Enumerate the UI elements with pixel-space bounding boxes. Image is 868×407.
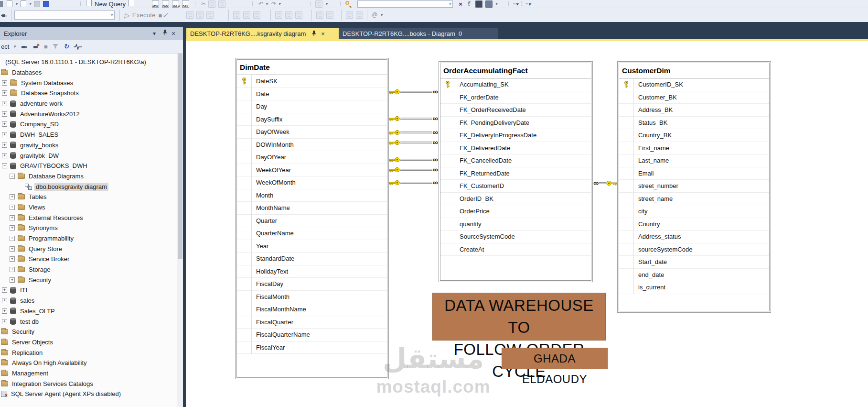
mdx-query-icon[interactable]: MDX: [152, 0, 159, 8]
expand-icon[interactable]: +: [10, 236, 15, 241]
table-field-row[interactable]: Date: [237, 88, 387, 101]
table-field-row[interactable]: end_date: [619, 269, 769, 282]
wrench-icon[interactable]: [465, 0, 472, 8]
tree-item-service-broker[interactable]: +Service Broker: [0, 254, 177, 264]
connect-icon[interactable]: [1, 11, 8, 19]
chevron-down-icon[interactable]: ▾: [13, 43, 16, 50]
parse-icon[interactable]: ✓: [162, 11, 168, 19]
expand-icon[interactable]: +: [2, 298, 7, 303]
scrollbar-thumb[interactable]: [178, 54, 182, 259]
tree-item-integration-services-catalogs[interactable]: Integration Services Catalogs: [0, 378, 177, 389]
table-field-row[interactable]: DayOfWeek: [237, 126, 387, 139]
expand-icon[interactable]: +: [2, 319, 7, 324]
expand-icon[interactable]: +: [2, 101, 7, 106]
toolbar-icon[interactable]: [285, 11, 292, 19]
expand-icon[interactable]: +: [2, 111, 7, 117]
vertical-scrollbar[interactable]: [177, 54, 183, 407]
tree-item-iti[interactable]: +ITI: [0, 285, 177, 296]
tree-item-server-objects[interactable]: Server Objects: [0, 337, 177, 348]
tree-item-storage[interactable]: +Storage: [0, 264, 177, 275]
connect-icon[interactable]: [21, 43, 28, 50]
expand-icon[interactable]: +: [2, 287, 7, 293]
relationship-connector[interactable]: ∞: [389, 139, 439, 146]
tree-item-test-db[interactable]: +test db: [0, 316, 177, 327]
table-field-row[interactable]: First_name: [619, 142, 769, 155]
window-layout-icon[interactable]: ≡▾: [513, 0, 518, 8]
tree-item-adventureworks2012[interactable]: +AdventureWorks2012: [0, 109, 177, 119]
window-position-icon[interactable]: ▾: [153, 30, 156, 37]
table-field-row[interactable]: WeekOfYear: [237, 164, 387, 177]
table-field-row[interactable]: CustomerID_SK: [619, 78, 769, 91]
tree-item-gravity-books[interactable]: +gravity_books: [0, 140, 177, 151]
redo-icon[interactable]: ↷: [271, 0, 276, 8]
table-field-row[interactable]: city: [619, 205, 769, 218]
table-field-row[interactable]: FiscalMonth: [237, 291, 387, 304]
tree-item-security[interactable]: +Security: [0, 275, 177, 285]
chevron-down-icon[interactable]: ▾: [15, 0, 18, 8]
chevron-down-icon[interactable]: ▾: [110, 11, 113, 19]
tree-item-security[interactable]: Security: [0, 327, 177, 337]
relationship-connector[interactable]: ∞: [389, 166, 439, 173]
toolbar-icon[interactable]: [295, 11, 302, 19]
toolbar-icon[interactable]: [356, 11, 363, 19]
search-icon[interactable]: [345, 0, 352, 7]
window-layout-icon[interactable]: ≡▾: [525, 0, 531, 8]
table-field-row[interactable]: FiscalYear: [237, 341, 387, 354]
table-field-row[interactable]: Year: [237, 240, 387, 253]
toolbar-icon[interactable]: [346, 11, 353, 19]
expand-icon[interactable]: +: [10, 225, 15, 231]
toolbar-icon[interactable]: [316, 11, 323, 19]
table-field-row[interactable]: FiscalDay: [237, 278, 387, 291]
close-icon[interactable]: ×: [321, 31, 325, 37]
tree-item-databases[interactable]: Databases: [0, 67, 177, 78]
xmla-query-icon[interactable]: XMLA: [172, 0, 179, 8]
stop-icon[interactable]: ■: [44, 43, 48, 50]
diagram-table-orderaccumulatingfact[interactable]: OrderAccumulatingFactAccumulating_SKFK_o…: [439, 61, 593, 282]
table-field-row[interactable]: CreateAt: [440, 243, 591, 256]
dax-query-icon[interactable]: DAX: [182, 0, 189, 8]
table-field-row[interactable]: DateSK: [237, 75, 387, 88]
table-field-row[interactable]: FK_DeliveryInProgressDate: [440, 129, 591, 142]
play-icon[interactable]: ▷: [124, 11, 129, 19]
tree-item-sales-oltp[interactable]: +Sales_OLTP: [0, 306, 177, 317]
expand-icon[interactable]: +: [10, 205, 15, 210]
table-field-row[interactable]: OrderPrice: [440, 205, 591, 218]
tree-item-query-store[interactable]: +Query Store: [0, 243, 177, 254]
table-field-row[interactable]: FK_OrderReceivedDate: [440, 104, 591, 117]
activity-monitor-icon[interactable]: [74, 43, 81, 50]
table-field-row[interactable]: Status_BK: [619, 117, 769, 130]
relationship-connector[interactable]: ∞: [389, 156, 439, 163]
close-icon[interactable]: ×: [171, 30, 175, 37]
table-field-row[interactable]: Start_date: [619, 256, 769, 269]
drag-grip-icon[interactable]: ⁞: [521, 0, 523, 8]
relationship-connector[interactable]: ∞: [389, 179, 439, 186]
template-parameters-icon[interactable]: @: [372, 11, 377, 19]
save-icon[interactable]: [34, 1, 40, 7]
table-field-row[interactable]: FK_CustomerID: [440, 180, 591, 193]
execute-button[interactable]: Execute: [132, 11, 156, 19]
tree-item-gravitybooks-dwh[interactable]: −GRAVITYBOOKS_DWH: [0, 161, 177, 171]
tree-item-system-databases[interactable]: +System Databases: [0, 77, 177, 88]
tab-books-diagram0[interactable]: DESKTOP-R2RT6KG....books - Diagram_0: [339, 28, 498, 39]
table-field-row[interactable]: FK_ReturnedDate: [440, 167, 591, 180]
object-explorer-header[interactable]: Explorer ▾ ×: [0, 27, 183, 40]
table-field-row[interactable]: OrderID_BK: [440, 193, 591, 206]
table-field-row[interactable]: Country: [619, 218, 769, 231]
table-field-row[interactable]: Accumulating_SK: [440, 78, 591, 91]
document-icon[interactable]: [86, 0, 92, 6]
table-field-row[interactable]: FK_CancelledDate: [440, 154, 591, 167]
toolbar-icon[interactable]: [233, 11, 240, 19]
tree-item-replication[interactable]: Replication: [0, 347, 177, 358]
relationship-connector[interactable]: ∞: [389, 88, 439, 95]
toolbar-icon[interactable]: [275, 11, 282, 19]
relationship-connector[interactable]: ∞: [389, 129, 439, 136]
new-query-button[interactable]: New Query: [95, 0, 126, 8]
table-field-row[interactable]: FK_orderDate: [440, 91, 591, 104]
expand-icon[interactable]: +: [2, 153, 7, 158]
collapse-icon[interactable]: −: [10, 174, 15, 179]
diagram-text-annotation-author[interactable]: GHADA ELDAOUDY: [502, 348, 608, 369]
chevron-down-icon[interactable]: ▾: [266, 0, 268, 8]
tree-item-dwh-sales[interactable]: +DWH_SALES: [0, 130, 177, 140]
table-field-row[interactable]: FiscalQuarterName: [237, 329, 387, 341]
table-field-row[interactable]: Address_status: [619, 231, 769, 243]
